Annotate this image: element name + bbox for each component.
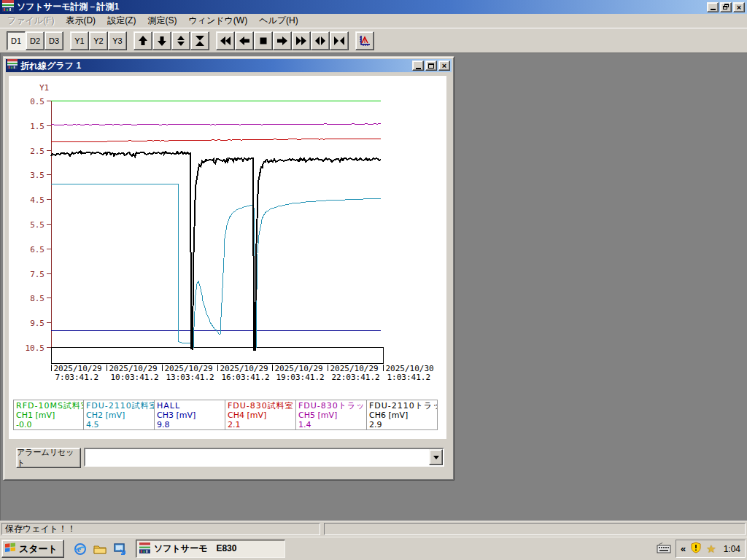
taskbar: スタート e (0, 537, 747, 560)
task-button-icon (139, 542, 150, 556)
status-panel-right (324, 523, 746, 535)
menu-item-3[interactable]: 測定(S) (142, 13, 182, 28)
toolbar-y3-button[interactable]: Y3 (108, 31, 127, 50)
close-button[interactable]: × (733, 2, 745, 12)
toolbar-fast-forward-button[interactable] (292, 31, 311, 50)
menu-item-2[interactable]: 設定(Z) (101, 13, 142, 28)
graph-maximize-button[interactable] (425, 61, 437, 71)
series-ch2 (51, 184, 381, 349)
y-axis-title: Y1 (39, 83, 49, 93)
status-message: 保存ウェイト！！ (1, 523, 320, 535)
graph-window-title: 折れ線グラフ 1 (20, 60, 412, 72)
task-button-softthermo[interactable]: ソフトサーモ E830 (136, 540, 285, 558)
y-tick-label: 9.5 (30, 319, 44, 328)
windows-logo-icon (4, 542, 16, 556)
graph-close-button[interactable]: × (438, 61, 450, 71)
show-desktop-icon[interactable] (112, 542, 127, 556)
y-tick-label: 4.5 (30, 195, 44, 205)
toolbar-up-arrow-button[interactable] (133, 31, 152, 50)
toolbar-collapse-vertical-button[interactable] (190, 31, 209, 50)
menu-bar: ファイル(F)表示(D)設定(Z)測定(S)ウィンドウ(W)ヘルプ(H) (0, 14, 747, 28)
x-tick-time: 13:03:41.2 (166, 373, 214, 382)
toolbar-expand-vertical-button[interactable] (171, 31, 190, 50)
channel-legend: RFD-10MS試料室CH1 [mV]-0.0FDU-2110試料室CH2 [m… (13, 400, 438, 430)
line-chart: Y10.51.52.53.54.55.56.57.58.59.510.52025… (9, 76, 446, 391)
minimize-button[interactable] (707, 2, 719, 12)
window-title: ソフトサーモ計測－計測1 (17, 1, 707, 13)
toolbar-y2-button[interactable]: Y2 (89, 31, 108, 50)
menu-item-5[interactable]: ヘルプ(H) (253, 13, 304, 28)
x-tick-time: 22:03:41.2 (332, 373, 380, 382)
quick-launch: e (73, 542, 127, 556)
graph-window-titlebar[interactable]: 折れ線グラフ 1 × (6, 59, 452, 72)
start-button[interactable]: スタート (1, 540, 64, 558)
toolbar-rewind-button[interactable] (216, 31, 235, 50)
status-bar: 保存ウェイト！！ (0, 521, 747, 537)
toolbar-collapse-horizontal-button[interactable] (330, 31, 349, 50)
y-tick-label: 1.5 (30, 122, 44, 131)
alarm-reset-button[interactable]: アラームリセット (16, 448, 81, 468)
graph-window-icon (7, 59, 18, 72)
y-tick-label: 0.5 (30, 97, 44, 106)
y-tick-label: 10.5 (26, 343, 45, 353)
system-tray: « ★ 1:04 (676, 540, 746, 558)
legend-cell-ch4: FDU-830試料室CH4 [mV]2.1 (225, 400, 296, 430)
x-tick-time: 1:03:41.2 (387, 373, 431, 382)
alarm-combobox[interactable] (84, 448, 444, 467)
series-ch6 (51, 152, 381, 350)
toolbar-d3-button[interactable]: D3 (44, 31, 63, 50)
y-tick-label: 5.5 (30, 220, 44, 230)
legend-cell-ch3: HALLCH3 [mV]9.8 (155, 400, 225, 430)
graph-window: 折れ線グラフ 1 × Y10.51.52.53.54.55.56.57.58.5… (3, 56, 454, 481)
x-tick-time: 16:03:41.2 (222, 373, 270, 382)
y-tick-label: 7.5 (30, 270, 44, 279)
folder-icon[interactable] (93, 542, 107, 556)
legend-cell-ch2: FDU-2110試料室CH2 [mV]4.5 (84, 400, 155, 430)
toolbar-d2-button[interactable]: D2 (26, 31, 44, 50)
toolbar-chart-window-button[interactable] (355, 31, 374, 50)
keyboard-icon[interactable] (657, 542, 671, 556)
y-tick-label: 3.5 (30, 171, 44, 180)
alarm-combobox-value[interactable] (85, 449, 429, 465)
menu-item-4[interactable]: ウィンドウ(W) (182, 13, 253, 28)
task-button-label: ソフトサーモ E830 (154, 542, 236, 555)
x-tick-time: 19:03:41.2 (276, 373, 325, 382)
taskbar-clock: 1:04 (724, 544, 740, 554)
series-ch5 (51, 123, 381, 125)
legend-cell-ch6: FDU-2110トラッCH6 [mV]2.9 (367, 400, 438, 430)
start-button-label: スタート (19, 542, 58, 556)
mdi-workspace: 折れ線グラフ 1 × Y10.51.52.53.54.55.56.57.58.5… (0, 52, 747, 521)
main-titlebar: ソフトサーモ計測－計測1 × (0, 0, 747, 14)
toolbar-down-arrow-button[interactable] (152, 31, 171, 50)
menu-item-1[interactable]: 表示(D) (60, 13, 101, 28)
security-shield-icon[interactable] (690, 542, 702, 556)
toolbar: D1D2D3Y1Y2Y3 (0, 28, 747, 52)
toolbar-stop-button[interactable] (254, 31, 273, 50)
svg-text:e: e (77, 545, 81, 553)
star-icon[interactable]: ★ (706, 543, 716, 555)
legend-cell-ch1: RFD-10MS試料室CH1 [mV]-0.0 (13, 400, 84, 430)
legend-cell-ch5: FDU-830トラッCH5 [mV]1.4 (296, 400, 367, 430)
toolbar-step-forward-button[interactable] (273, 31, 292, 50)
toolbar-d1-button[interactable]: D1 (7, 31, 26, 50)
y-tick-label: 8.5 (30, 294, 44, 303)
toolbar-y1-button[interactable]: Y1 (70, 31, 89, 50)
desktop: ソフトサーモ計測－計測1 × ファイル(F)表示(D)設定(Z)測定(S)ウィン… (0, 0, 747, 560)
chevron-collapse-icon[interactable]: « (681, 542, 686, 556)
combobox-dropdown-button[interactable] (429, 449, 443, 465)
app-icon (2, 0, 14, 15)
restore-button[interactable] (720, 2, 732, 12)
internet-explorer-icon[interactable]: e (73, 542, 88, 556)
line-chart-panel: Y10.51.52.53.54.55.56.57.58.59.510.52025… (9, 76, 446, 439)
toolbar-step-back-button[interactable] (235, 31, 254, 50)
toolbar-expand-horizontal-button[interactable] (311, 31, 330, 50)
x-tick-time: 10:03:41.2 (111, 373, 159, 382)
graph-window-client: Y10.51.52.53.54.55.56.57.58.59.510.52025… (6, 74, 452, 478)
y-tick-label: 2.5 (30, 147, 44, 156)
series-ch4 (51, 139, 381, 141)
x-tick-time: 7:03:41.2 (55, 373, 99, 382)
graph-minimize-button[interactable] (412, 61, 424, 71)
menu-item-0[interactable]: ファイル(F) (1, 13, 60, 28)
y-tick-label: 6.5 (30, 245, 44, 254)
x-axis-box (51, 347, 383, 363)
